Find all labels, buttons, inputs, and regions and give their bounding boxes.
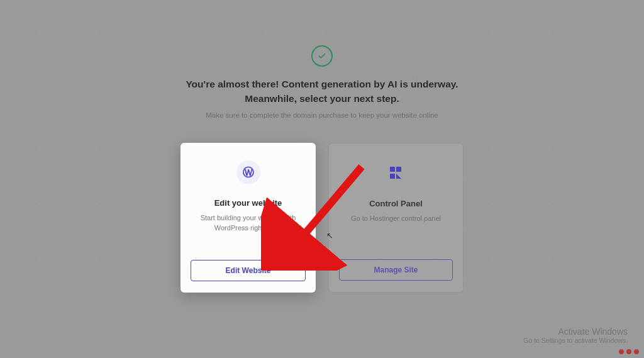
edit-website-card[interactable]: Ⓦ Edit your website Start building your … bbox=[180, 143, 316, 293]
edit-card-title: Edit your website bbox=[214, 198, 282, 208]
panel-card-description: Go to Hostinger control panel bbox=[351, 213, 441, 259]
onboarding-step-container: You're almost there! Content generation … bbox=[0, 0, 644, 358]
control-panel-card[interactable]: Control Panel Go to Hostinger control pa… bbox=[328, 143, 464, 293]
edit-website-button[interactable]: Edit Website bbox=[191, 260, 306, 281]
watermark-line2: Go to Settings to activate Windows. bbox=[523, 337, 628, 344]
watermark-line1: Activate Windows bbox=[523, 327, 628, 337]
recorder-dots-icon bbox=[619, 349, 639, 354]
panel-card-title: Control Panel bbox=[369, 199, 423, 208]
success-check-icon bbox=[311, 45, 333, 67]
control-panel-icon bbox=[384, 161, 408, 185]
page-subtext: Make sure to complete the domain purchas… bbox=[206, 111, 438, 119]
page-headline: You're almost there! Content generation … bbox=[184, 77, 460, 106]
edit-card-description: Start building your website with WordPre… bbox=[191, 213, 306, 260]
option-cards-row: Ⓦ Edit your website Start building your … bbox=[180, 143, 464, 293]
wordpress-icon: Ⓦ bbox=[236, 160, 260, 184]
manage-site-button[interactable]: Manage Site bbox=[339, 259, 453, 281]
windows-activation-watermark: Activate Windows Go to Settings to activ… bbox=[523, 327, 628, 344]
